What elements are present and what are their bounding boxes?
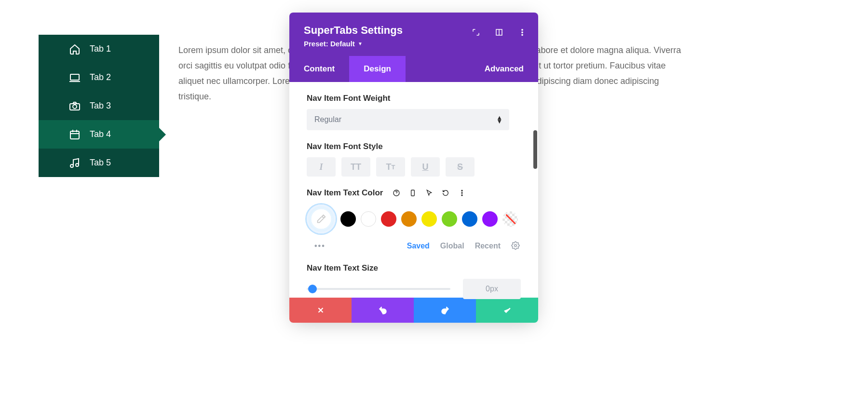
preset-dropdown[interactable]: Preset: Default ▼ [304,40,363,48]
columns-icon[interactable] [492,25,506,40]
svg-rect-0 [70,74,79,80]
slider-track [307,288,450,290]
select-arrows-icon: ▲▼ [496,116,502,123]
calendar-icon [68,128,81,141]
eyedropper-button[interactable] [307,205,336,233]
smallcaps-button[interactable]: TT [376,157,405,177]
home-icon [68,43,81,55]
uppercase-button[interactable]: TT [341,157,370,177]
tab-label: Tab 1 [90,44,111,54]
text-size-row: 0px [307,279,521,299]
field-option-icons [391,187,468,199]
svg-point-8 [522,32,523,33]
kebab-icon[interactable] [515,25,529,40]
palette-settings-icon[interactable] [511,241,521,251]
text-color-label: Nav Item Text Color [307,187,521,199]
tab-item-2[interactable]: Tab 2 [39,63,159,92]
tab-item-5[interactable]: Tab 5 [39,149,159,177]
tab-item-3[interactable]: Tab 3 [39,92,159,120]
tab-label: Tab 4 [90,129,111,139]
swatch-purple[interactable] [482,211,498,227]
text-size-input[interactable]: 0px [463,279,521,299]
svg-point-14 [461,195,462,196]
svg-point-9 [522,34,523,35]
panel-footer [289,298,538,323]
panel-tab-content[interactable]: Content [289,56,349,82]
swatch-orange[interactable] [401,211,417,227]
palette-tab-recent[interactable]: Recent [475,242,501,250]
palette-more-icon[interactable]: ••• [312,242,326,250]
text-size-value: 0px [486,285,498,293]
svg-point-2 [73,105,77,109]
text-size-label: Nav Item Text Size [307,263,521,273]
svg-rect-11 [411,190,415,196]
color-swatch-row [307,205,521,233]
tab-label: Tab 2 [90,72,111,82]
caret-down-icon: ▼ [358,41,363,46]
tab-item-1[interactable]: Tab 1 [39,35,159,63]
svg-point-7 [522,29,523,30]
strikethrough-button[interactable]: S [446,157,475,177]
swatch-green[interactable] [442,211,457,227]
swatch-blue[interactable] [462,211,477,227]
header-actions [469,25,529,40]
responsive-icon[interactable] [407,187,419,199]
svg-point-5 [76,164,79,166]
font-weight-value: Regular [314,115,341,124]
camera-icon [68,100,81,112]
panel-tab-design[interactable]: Design [349,56,406,82]
vertical-tab-nav: Tab 1 Tab 2 Tab 3 Tab 4 Tab 5 [39,35,159,177]
svg-rect-3 [70,131,79,139]
cancel-button[interactable] [289,298,352,323]
swatch-yellow[interactable] [421,211,437,227]
panel-header: SuperTabs Settings Preset: Default ▼ [289,13,538,56]
font-style-buttons: I TT TT U S [307,157,521,177]
tab-label: Tab 5 [90,158,111,168]
panel-body: Nav Item Font Weight Regular ▲▼ Nav Item… [289,82,538,298]
tab-label: Tab 3 [90,101,111,111]
music-icon [68,157,81,169]
palette-tabs: ••• Saved Global Recent [307,241,521,251]
underline-button[interactable]: U [411,157,440,177]
settings-panel: SuperTabs Settings Preset: Default ▼ Con… [289,13,538,323]
laptop-icon [68,71,81,84]
font-weight-select[interactable]: Regular ▲▼ [307,109,509,130]
scrollbar-thumb[interactable] [533,130,537,169]
italic-button[interactable]: I [307,157,336,177]
redo-button[interactable] [414,298,476,323]
undo-button[interactable] [352,298,414,323]
help-icon[interactable] [391,187,402,199]
swatch-white[interactable] [361,211,376,227]
text-size-slider[interactable] [307,284,450,294]
confirm-button[interactable] [476,298,538,323]
panel-tab-advanced[interactable]: Advanced [470,56,538,82]
swatch-transparent[interactable] [502,211,518,227]
palette-tab-saved[interactable]: Saved [407,242,430,250]
tab-item-4[interactable]: Tab 4 [39,120,159,149]
swatch-red[interactable] [381,211,396,227]
expand-icon[interactable] [469,25,483,40]
swatch-black[interactable] [340,211,356,227]
palette-tab-global[interactable]: Global [440,242,464,250]
slider-thumb[interactable] [308,285,317,293]
svg-point-12 [461,190,462,191]
font-weight-label: Nav Item Font Weight [307,94,521,103]
more-icon[interactable] [456,187,468,199]
panel-tab-bar: Content Design Advanced [289,56,538,82]
svg-point-4 [70,164,73,167]
hover-icon[interactable] [423,187,435,199]
font-style-label: Nav Item Font Style [307,142,521,151]
reset-icon[interactable] [440,187,451,199]
preset-label: Preset: Default [304,40,355,48]
svg-point-15 [515,245,517,247]
svg-point-13 [461,192,462,193]
text-color-label-text: Nav Item Text Color [307,188,383,198]
